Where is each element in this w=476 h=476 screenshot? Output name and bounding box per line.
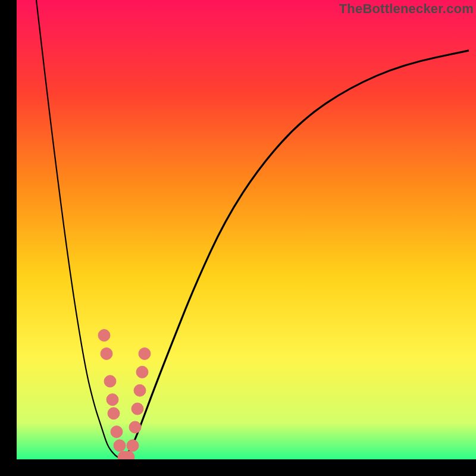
- highlight-dot: [131, 403, 143, 415]
- highlight-dot: [104, 375, 116, 387]
- highlight-dot: [107, 394, 118, 406]
- highlight-dot: [111, 426, 123, 438]
- chart-frame: TheBottlenecker.com: [0, 0, 476, 476]
- curve-right-branch: [124, 51, 469, 459]
- highlight-dot: [129, 421, 141, 433]
- highlight-dot: [101, 347, 112, 359]
- plot-area: TheBottlenecker.com: [17, 0, 476, 459]
- highlight-dot: [139, 347, 151, 359]
- highlight-dot: [114, 440, 126, 452]
- curve-left-branch: [36, 0, 124, 459]
- highlight-dot: [134, 384, 146, 396]
- highlight-dot: [108, 408, 120, 419]
- highlight-dot: [136, 366, 148, 378]
- highlight-dot: [98, 330, 110, 342]
- plot-svg: [17, 0, 476, 459]
- highlight-dot: [127, 440, 139, 452]
